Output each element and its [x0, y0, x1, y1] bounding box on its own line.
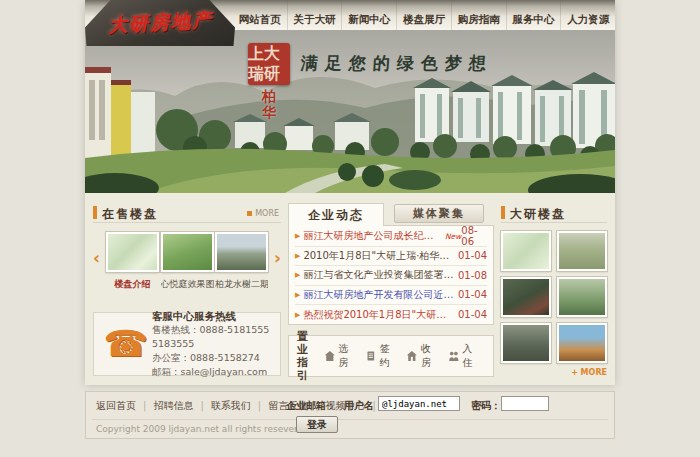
property-thumbnail[interactable] [215, 232, 268, 272]
carousel-prev-icon[interactable]: ‹ [93, 250, 100, 267]
seal-row-top: 上大 [248, 44, 290, 64]
guide-step-movein[interactable]: 入住 [448, 342, 479, 370]
news-title[interactable]: 丽江大研房地产开发有限公司近年来商品房开发... [303, 288, 453, 302]
projects-section-header: 大研楼盘 [501, 203, 607, 223]
service-info: 客服中心服务热线 售楼热线：0888-5181555 5183555 办公室：0… [152, 309, 274, 379]
projects-more-link[interactable]: + MORE [501, 368, 607, 377]
guide-step-label: 入住 [462, 342, 479, 370]
project-thumbnail[interactable] [557, 277, 607, 317]
nav-item-news[interactable]: 新闻中心 [341, 0, 396, 30]
project-thumbnail[interactable] [557, 231, 607, 271]
tab-corporate-news[interactable]: 企业动态 [288, 203, 384, 226]
carousel-caption[interactable]: 楼盘介绍 [106, 278, 159, 291]
property-thumbnail[interactable] [161, 232, 214, 272]
news-date: 08-06 [461, 225, 487, 247]
guide-step-label: 签约 [380, 342, 397, 370]
news-item[interactable]: ▶ 丽江与省文化产业投资集团签署项目合作协议 01-08 [295, 266, 487, 286]
projects-grid [501, 231, 607, 363]
footer-bar: 返回首页 招聘信息 联系我们 留言反馈 视频中心 房贷计算器 Copyright… [85, 391, 615, 439]
guide-step-label: 收房 [421, 342, 438, 370]
project-thumbnail[interactable] [501, 277, 551, 317]
seal-subtitle: 柏华 [260, 88, 278, 120]
sidebar-left: 在售楼盘 MORE ‹ › 楼盘介绍 心悦庭效果图 [93, 203, 281, 376]
guide-step-choose[interactable]: 选房 [324, 342, 355, 370]
carousel-caption[interactable]: 心悦庭效果图 [161, 278, 214, 291]
news-item[interactable]: ▶ 2010年1月8日"大研上瑞·柏华"住宅小区项目.. 01-04 [295, 247, 487, 267]
guide-title: 置业 指引 [297, 330, 316, 382]
username-label: 用户名 [344, 399, 374, 413]
nav-item-service[interactable]: 服务中心 [506, 0, 561, 30]
contract-icon [365, 349, 377, 363]
house-icon [324, 349, 336, 363]
news-title[interactable]: 丽江大研房地产公司成长纪实(视频) [303, 229, 443, 243]
sidebar-right: 大研楼盘 + MORE [501, 203, 607, 377]
nav-item-projects[interactable]: 楼盘展厅 [396, 0, 451, 30]
news-title[interactable]: 丽江与省文化产业投资集团签署项目合作协议 [303, 268, 453, 282]
seal-stamp: 上大 瑞研 [248, 43, 290, 85]
news-title[interactable]: 热烈祝贺2010年1月8日"大研上瑞•柏华"住... [303, 308, 453, 322]
sale-section-header: 在售楼盘 MORE [93, 203, 281, 223]
arrow-bullet-icon: ▶ [295, 291, 300, 299]
hero-slogan: 满足您的绿色梦想 [300, 52, 494, 75]
news-date: 01-04 [458, 250, 487, 261]
house-key-icon [406, 349, 418, 363]
site-logo[interactable]: 大研房地产 [85, 0, 235, 46]
purchase-guide-box: 置业 指引 选房 签约 收房 入住 [288, 335, 494, 377]
email-label: 企业邮箱： [286, 399, 336, 413]
site-container: 网站首页 关于大研 新闻中心 楼盘展厅 购房指南 服务中心 人力资源 大研房地产 [85, 0, 615, 385]
property-thumbnail[interactable] [106, 232, 159, 272]
project-seal: 上大 瑞研 柏华 [247, 43, 291, 120]
carousel-next-icon[interactable]: › [274, 250, 281, 267]
people-icon [448, 349, 460, 363]
password-input[interactable] [501, 396, 549, 411]
projects-section-title: 大研楼盘 [510, 206, 566, 223]
orange-bar-icon [93, 206, 97, 219]
carousel-items: 楼盘介绍 心悦庭效果图 柏龙水榭二期.. [106, 232, 268, 291]
project-thumbnail[interactable] [557, 323, 607, 363]
username-input[interactable] [378, 396, 460, 411]
login-button[interactable]: 登录 [296, 416, 338, 433]
guide-step-label: 选房 [338, 342, 355, 370]
nav-item-home[interactable]: 网站首页 [233, 0, 287, 30]
telephone-icon: ☎ [100, 318, 152, 370]
logo-text: 大研房地产 [107, 7, 213, 38]
seal-row-bottom: 瑞研 [248, 64, 290, 84]
news-column: 企业动态 媒体聚集 ▶ 丽江大研房地产公司成长纪实(视频) New 08-06 … [288, 203, 494, 377]
hero-banner: 上大 瑞研 柏华 满足您的绿色梦想 [85, 30, 615, 193]
new-badge: New [445, 232, 461, 241]
sale-more-link[interactable]: MORE [247, 209, 279, 218]
guide-step-sign[interactable]: 签约 [365, 342, 396, 370]
service-email: 邮箱：sale@ljdayan.com [152, 365, 274, 379]
project-thumbnail[interactable] [501, 231, 551, 271]
nav-item-about[interactable]: 关于大研 [287, 0, 342, 30]
news-title[interactable]: 2010年1月8日"大研上瑞·柏华"住宅小区项目.. [303, 249, 453, 263]
nav-menu: 网站首页 关于大研 新闻中心 楼盘展厅 购房指南 服务中心 人力资源 [233, 0, 615, 30]
news-date: 01-04 [458, 309, 487, 320]
news-date: 01-08 [458, 270, 487, 281]
service-hotline: 售楼热线：0888-5181555 5183555 [152, 323, 274, 351]
carousel-item[interactable]: 柏龙水榭二期.. [215, 232, 268, 291]
arrow-bullet-icon: ▶ [295, 271, 300, 279]
carousel-caption[interactable]: 柏龙水榭二期.. [215, 278, 268, 291]
orange-bar-icon [501, 206, 505, 219]
mail-login-form: 企业邮箱： 用户名 密码： 登录 [86, 392, 614, 438]
carousel-item[interactable]: 楼盘介绍 [106, 232, 159, 291]
guide-title-line1: 置业 [297, 330, 316, 356]
arrow-bullet-icon: ▶ [295, 311, 300, 319]
tab-media-focus[interactable]: 媒体聚集 [394, 204, 484, 223]
sale-section-title: 在售楼盘 [102, 206, 158, 223]
project-thumbnail[interactable] [501, 323, 551, 363]
news-item[interactable]: ▶ 丽江大研房地产公司成长纪实(视频) New 08-06 [295, 227, 487, 247]
password-label: 密码： [471, 399, 501, 413]
property-carousel: ‹ › 楼盘介绍 心悦庭效果图 柏龙水榭二期.. [93, 232, 281, 302]
guide-step-receive[interactable]: 收房 [406, 342, 437, 370]
nav-item-guide[interactable]: 购房指南 [451, 0, 506, 30]
news-item[interactable]: ▶ 丽江大研房地产开发有限公司近年来商品房开发... 01-04 [295, 286, 487, 306]
carousel-item[interactable]: 心悦庭效果图 [161, 232, 214, 291]
news-list: ▶ 丽江大研房地产公司成长纪实(视频) New 08-06 ▶ 2010年1月8… [288, 225, 494, 325]
news-item[interactable]: ▶ 热烈祝贺2010年1月8日"大研上瑞•柏华"住... 01-04 [295, 305, 487, 325]
main-content: 在售楼盘 MORE ‹ › 楼盘介绍 心悦庭效果图 [85, 193, 615, 385]
arrow-bullet-icon: ▶ [295, 252, 300, 260]
nav-item-hr[interactable]: 人力资源 [560, 0, 615, 30]
guide-title-line2: 指引 [297, 356, 316, 382]
